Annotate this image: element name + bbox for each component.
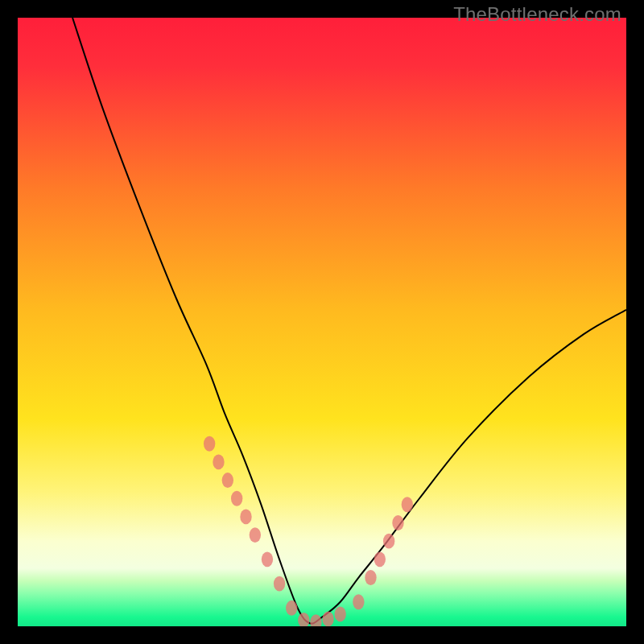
data-point-marker bbox=[310, 614, 321, 626]
data-point-marker bbox=[374, 551, 386, 567]
data-point-marker bbox=[402, 497, 413, 512]
data-point-marker bbox=[250, 527, 261, 543]
data-point-marker bbox=[274, 576, 285, 592]
data-point-marker bbox=[383, 534, 394, 549]
data-point-marker bbox=[298, 613, 309, 626]
data-point-marker bbox=[353, 594, 364, 609]
data-point-marker bbox=[213, 454, 224, 469]
curve-layer bbox=[72, 18, 626, 624]
watermark-text: TheBottleneck.com bbox=[453, 3, 621, 26]
bottleneck-curve bbox=[72, 18, 626, 624]
data-point-marker bbox=[334, 606, 345, 621]
data-point-marker bbox=[231, 491, 242, 506]
data-point-marker bbox=[286, 601, 297, 616]
data-point-marker bbox=[240, 509, 251, 524]
data-point-marker bbox=[392, 515, 403, 530]
data-point-marker bbox=[365, 570, 376, 585]
data-point-marker bbox=[262, 551, 273, 567]
data-point-marker bbox=[204, 436, 215, 452]
plot-area bbox=[18, 18, 626, 626]
data-point-marker bbox=[222, 473, 233, 488]
marker-layer bbox=[204, 436, 413, 626]
chart-svg bbox=[18, 18, 626, 626]
data-point-marker bbox=[322, 611, 333, 626]
